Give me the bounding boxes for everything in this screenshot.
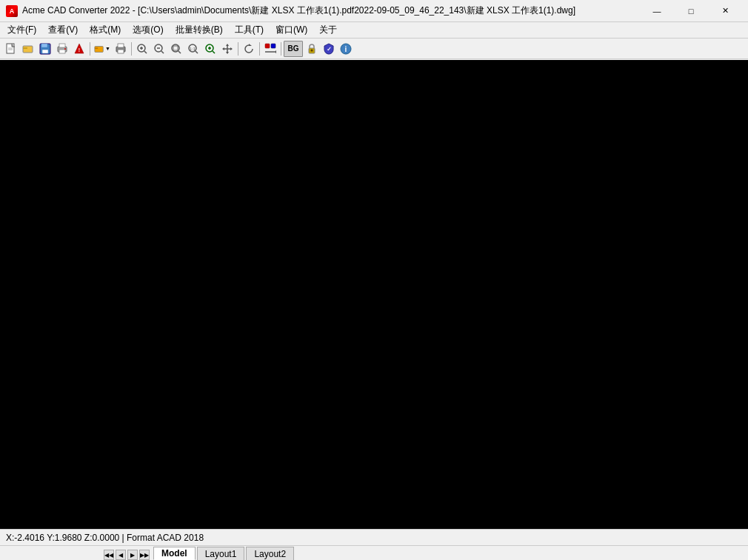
svg-rect-3: [23, 46, 33, 53]
svg-rect-18: [118, 50, 124, 53]
tab-bar: ◀◀ ◀ ▶ ▶▶ Model Layout1 Layout2: [0, 545, 748, 560]
svg-marker-37: [226, 52, 229, 54]
status-coordinates: X:-2.4016 Y:1.9680 Z:0.0000 | Format ACA…: [6, 533, 204, 543]
menu-tools[interactable]: 工具(T): [229, 22, 270, 39]
tab-nav-last[interactable]: ▶▶: [139, 550, 150, 560]
toolbar-regen[interactable]: [241, 41, 257, 57]
toolbar-sep3: [238, 42, 238, 56]
title-bar: A Acme CAD Converter 2022 - [C:\Users\ad…: [0, 0, 748, 22]
svg-marker-40: [249, 44, 252, 46]
toolbar-zoom-in[interactable]: [134, 41, 150, 57]
svg-rect-17: [118, 44, 124, 47]
close-button[interactable]: ✕: [708, 0, 742, 22]
toolbar-new[interactable]: [3, 41, 19, 57]
toolbar-info[interactable]: i: [338, 41, 354, 57]
svg-marker-38: [222, 47, 224, 50]
menu-view[interactable]: 查看(V): [42, 22, 84, 39]
toolbar-zoom-all[interactable]: [202, 41, 218, 57]
svg-text:1:1: 1:1: [190, 47, 196, 51]
toolbar-zoom-out[interactable]: [151, 41, 167, 57]
menu-about[interactable]: 关于: [313, 22, 343, 39]
svg-text:i: i: [345, 45, 347, 53]
toolbar-lock[interactable]: [304, 41, 320, 57]
toolbar-shield[interactable]: ✓: [321, 41, 337, 57]
menu-bar: 文件(F) 查看(V) 格式(M) 选项(O) 批量转换(B) 工具(T) 窗口…: [0, 22, 748, 39]
svg-rect-7: [42, 50, 48, 53]
svg-text:!: !: [79, 47, 80, 53]
toolbar-save[interactable]: [37, 41, 53, 57]
toolbar-sep2: [131, 42, 132, 56]
toolbar-sep1: [90, 42, 90, 56]
svg-rect-14: [95, 46, 103, 52]
toolbar-pan[interactable]: [219, 41, 236, 57]
tab-model[interactable]: Model: [153, 547, 196, 560]
svg-marker-44: [276, 50, 276, 53]
svg-rect-41: [265, 44, 270, 48]
toolbar-sep5: [281, 42, 281, 56]
menu-options[interactable]: 选项(O): [127, 22, 169, 39]
svg-marker-39: [230, 47, 233, 50]
window-controls: — □ ✕: [640, 0, 742, 22]
svg-line-22: [144, 51, 147, 53]
toolbar-open2[interactable]: ▼: [93, 41, 112, 57]
toolbar: ! ▼ 1:1 BG: [0, 39, 748, 59]
svg-rect-15: [95, 47, 98, 49]
svg-line-31: [196, 51, 198, 53]
svg-line-28: [178, 51, 181, 53]
tab-nav-first[interactable]: ◀◀: [104, 550, 114, 560]
toolbar-print[interactable]: [54, 41, 70, 57]
svg-rect-9: [59, 44, 65, 47]
app-icon: A: [6, 5, 18, 17]
tab-layout2[interactable]: Layout2: [246, 547, 294, 560]
svg-line-25: [161, 51, 164, 53]
svg-rect-42: [271, 44, 276, 48]
toolbar-flash[interactable]: !: [71, 41, 87, 57]
svg-rect-27: [173, 46, 178, 50]
toolbar-bg[interactable]: BG: [284, 41, 303, 57]
svg-marker-36: [226, 44, 229, 46]
svg-line-35: [213, 51, 215, 53]
menu-window[interactable]: 窗口(W): [270, 22, 313, 39]
svg-rect-6: [41, 44, 47, 47]
toolbar-convert[interactable]: [262, 41, 278, 57]
tab-nav-next[interactable]: ▶: [127, 550, 138, 560]
toolbar-sep4: [259, 42, 260, 56]
svg-text:✓: ✓: [327, 46, 332, 53]
toolbar-print2[interactable]: [113, 41, 129, 57]
menu-format[interactable]: 格式(M): [84, 22, 127, 39]
svg-rect-10: [59, 50, 65, 53]
svg-point-11: [64, 48, 66, 50]
svg-rect-4: [23, 47, 27, 49]
toolbar-zoom-realtime[interactable]: 1:1: [185, 41, 201, 57]
tab-layout1[interactable]: Layout1: [197, 547, 245, 560]
toolbar-zoom-window[interactable]: [168, 41, 184, 57]
minimize-button[interactable]: —: [640, 0, 674, 22]
menu-file[interactable]: 文件(F): [1, 22, 42, 39]
title-text: Acme CAD Converter 2022 - [C:\Users\admi…: [22, 4, 640, 17]
menu-batch[interactable]: 批量转换(B): [170, 22, 229, 39]
canvas-area[interactable]: [0, 60, 748, 529]
status-bar: X:-2.4016 Y:1.9680 Z:0.0000 | Format ACA…: [0, 529, 748, 545]
tab-nav-prev[interactable]: ◀: [116, 550, 126, 560]
toolbar-open[interactable]: [20, 41, 36, 57]
svg-point-46: [311, 49, 313, 51]
maximize-button[interactable]: □: [674, 0, 708, 22]
